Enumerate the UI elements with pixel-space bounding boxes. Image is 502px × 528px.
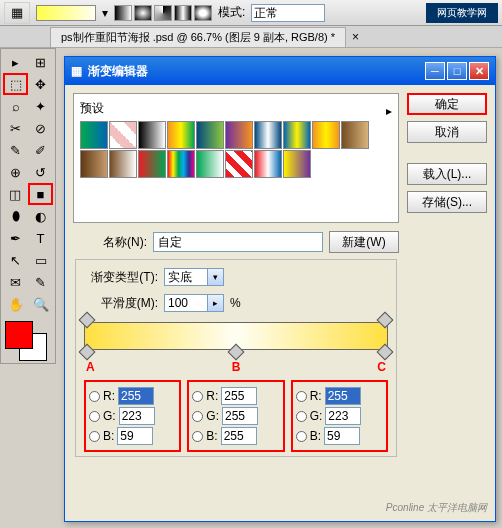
healing-tool[interactable]: ✎	[3, 139, 28, 161]
dialog-titlebar[interactable]: ▦ 渐变编辑器 ─ □ ✕	[65, 57, 495, 85]
preset-swatch[interactable]	[80, 121, 108, 149]
preset-swatch[interactable]	[225, 121, 253, 149]
radio-r[interactable]	[89, 391, 100, 402]
radio-b[interactable]	[192, 431, 203, 442]
save-button[interactable]: 存储(S)...	[407, 191, 487, 213]
radio-r[interactable]	[192, 391, 203, 402]
color-swatch-group	[3, 319, 53, 361]
g-input[interactable]	[325, 407, 361, 425]
tool-ps-icon[interactable]: ▸	[3, 51, 28, 73]
foreground-color[interactable]	[5, 321, 33, 349]
gradient-settings: 渐变类型(T): ▾ 平滑度(M): ▸ %	[75, 259, 397, 457]
mark-b: B	[232, 360, 241, 374]
g-input[interactable]	[222, 407, 258, 425]
gradient-tool[interactable]: ■	[28, 183, 53, 205]
options-bar: ▦ ▾ 模式: 正常 网页教学网	[0, 0, 502, 26]
diamond-gradient-icon[interactable]	[194, 5, 212, 21]
b-input[interactable]	[221, 427, 257, 445]
type-value[interactable]	[164, 268, 208, 286]
eraser-tool[interactable]: ◫	[3, 183, 28, 205]
preset-swatch[interactable]	[254, 150, 282, 178]
reflected-gradient-icon[interactable]	[174, 5, 192, 21]
tab-close-icon[interactable]: ×	[352, 30, 359, 44]
r-input[interactable]	[118, 387, 154, 405]
linear-gradient-icon[interactable]	[114, 5, 132, 21]
preset-swatch[interactable]	[167, 121, 195, 149]
rgb-col-c: R: G: B:	[291, 380, 388, 452]
smooth-value[interactable]	[164, 294, 208, 312]
combo-arrow-icon[interactable]: ▸	[208, 294, 224, 312]
document-tabbar: ps制作重阳节海报 .psd @ 66.7% (图层 9 副本, RGB/8) …	[0, 26, 502, 48]
history-brush-tool[interactable]: ↺	[28, 161, 53, 183]
preset-swatch[interactable]	[109, 121, 137, 149]
preset-swatch[interactable]	[283, 150, 311, 178]
radio-r[interactable]	[296, 391, 307, 402]
dropdown-arrow[interactable]: ▾	[102, 6, 108, 20]
ok-button[interactable]: 确定	[407, 93, 487, 115]
preset-swatch[interactable]	[80, 150, 108, 178]
lasso-tool[interactable]: ⌕	[3, 95, 28, 117]
rgb-col-b: R: G: B:	[187, 380, 284, 452]
close-button[interactable]: ✕	[469, 62, 489, 80]
slice-tool[interactable]: ⊘	[28, 117, 53, 139]
radial-gradient-icon[interactable]	[134, 5, 152, 21]
radio-b[interactable]	[296, 431, 307, 442]
b-input[interactable]	[324, 427, 360, 445]
preset-swatch[interactable]	[196, 121, 224, 149]
preset-swatch[interactable]	[138, 150, 166, 178]
hand-tool[interactable]: ✋	[3, 293, 28, 315]
notes-tool[interactable]: ✉	[3, 271, 28, 293]
tool-indicator: ▦	[4, 2, 30, 24]
crop-tool[interactable]: ✂	[3, 117, 28, 139]
tool-handle-icon[interactable]: ⊞	[28, 51, 53, 73]
brush-tool[interactable]: ✐	[28, 139, 53, 161]
stamp-tool[interactable]: ⊕	[3, 161, 28, 183]
zoom-tool[interactable]: 🔍	[28, 293, 53, 315]
radio-g[interactable]	[89, 411, 100, 422]
preset-swatch[interactable]	[283, 121, 311, 149]
move-tool[interactable]: ✥	[28, 73, 53, 95]
g-input[interactable]	[119, 407, 155, 425]
minimize-button[interactable]: ─	[425, 62, 445, 80]
pen-tool[interactable]: ✒	[3, 227, 28, 249]
gradient-sample[interactable]	[36, 5, 96, 21]
r-input[interactable]	[325, 387, 361, 405]
radio-b[interactable]	[89, 431, 100, 442]
eyedropper-tool[interactable]: ✎	[28, 271, 53, 293]
annotation-marks: A B C	[84, 360, 388, 374]
preset-swatch[interactable]	[341, 121, 369, 149]
r-input[interactable]	[221, 387, 257, 405]
angle-gradient-icon[interactable]	[154, 5, 172, 21]
gradient-bar[interactable]	[84, 322, 388, 350]
type-combo[interactable]: ▾	[164, 268, 224, 286]
new-button[interactable]: 新建(W)	[329, 231, 399, 253]
preset-swatch[interactable]	[167, 150, 195, 178]
radio-g[interactable]	[296, 411, 307, 422]
blur-tool[interactable]: ⬮	[3, 205, 28, 227]
smooth-combo[interactable]: ▸	[164, 294, 224, 312]
preset-swatch[interactable]	[138, 121, 166, 149]
preset-swatch[interactable]	[196, 150, 224, 178]
marquee-tool[interactable]: ⬚	[3, 73, 28, 95]
radio-g[interactable]	[192, 411, 203, 422]
preset-swatch[interactable]	[109, 150, 137, 178]
preset-swatch[interactable]	[254, 121, 282, 149]
preset-swatches	[80, 121, 392, 178]
shape-tool[interactable]: ▭	[28, 249, 53, 271]
document-tab[interactable]: ps制作重阳节海报 .psd @ 66.7% (图层 9 副本, RGB/8) …	[50, 27, 346, 47]
maximize-button[interactable]: □	[447, 62, 467, 80]
path-tool[interactable]: ↖	[3, 249, 28, 271]
preset-menu-icon[interactable]: ▸	[386, 104, 392, 118]
wand-tool[interactable]: ✦	[28, 95, 53, 117]
gradient-type-group	[114, 5, 212, 21]
load-button[interactable]: 载入(L)...	[407, 163, 487, 185]
type-tool[interactable]: T	[28, 227, 53, 249]
preset-swatch[interactable]	[225, 150, 253, 178]
preset-swatch[interactable]	[312, 121, 340, 149]
cancel-button[interactable]: 取消	[407, 121, 487, 143]
mode-dropdown[interactable]: 正常	[251, 4, 325, 22]
combo-arrow-icon[interactable]: ▾	[208, 268, 224, 286]
dodge-tool[interactable]: ◐	[28, 205, 53, 227]
b-input[interactable]	[117, 427, 153, 445]
name-input[interactable]	[153, 232, 323, 252]
